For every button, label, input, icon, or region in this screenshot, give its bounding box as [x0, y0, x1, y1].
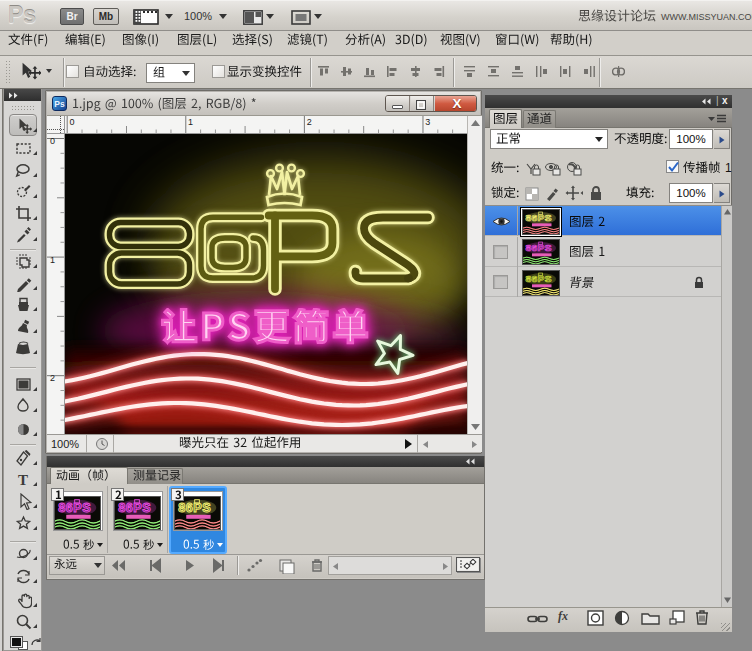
svg-text:0: 0	[70, 117, 75, 127]
svg-text:3: 3	[425, 117, 430, 127]
svg-text:1: 1	[188, 117, 193, 127]
svg-text:T: T	[18, 472, 28, 488]
svg-text:2: 2	[50, 373, 55, 383]
svg-text:0: 0	[50, 136, 55, 146]
svg-text:1: 1	[50, 255, 55, 265]
svg-text:2: 2	[307, 117, 312, 127]
